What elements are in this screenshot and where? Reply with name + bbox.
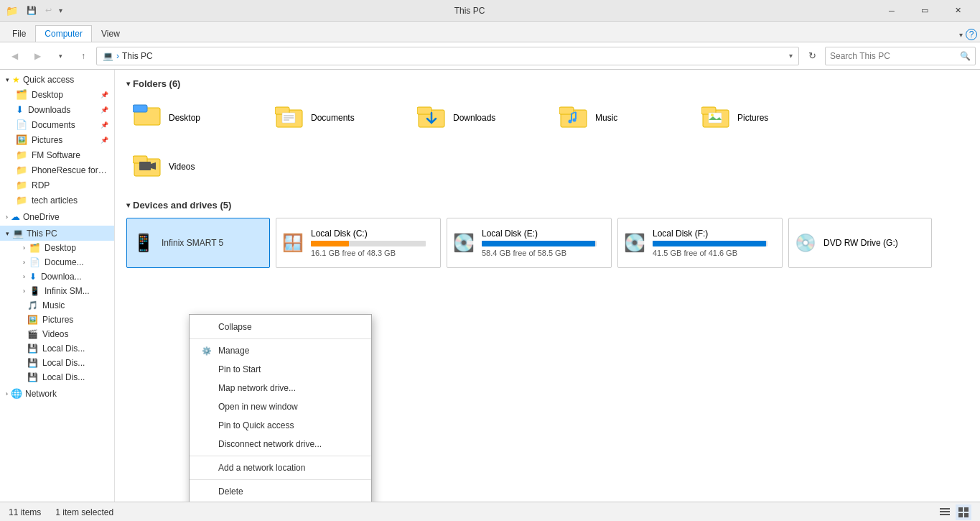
- drive-tile-e[interactable]: 💽 Local Disk (E:) 58.4 GB free of 58.5 G…: [447, 218, 612, 268]
- close-button[interactable]: ✕: [941, 0, 974, 22]
- sidebar-item-infinix[interactable]: › 📱 Infinix SM...: [0, 284, 114, 298]
- chevron: ›: [23, 273, 25, 280]
- up-button[interactable]: ↑: [73, 46, 93, 66]
- item-label: Local Dis...: [42, 344, 85, 354]
- maximize-button[interactable]: ▭: [908, 0, 941, 22]
- sidebar-item-videos-pc[interactable]: 🎬 Videos: [0, 327, 114, 341]
- dvd-icon: 💿: [795, 233, 816, 253]
- drive-tile-g[interactable]: 💿 DVD RW Drive (G:): [788, 218, 932, 268]
- large-icons-view-button[interactable]: [956, 504, 971, 520]
- item-label: Docume...: [45, 257, 84, 267]
- tab-view[interactable]: View: [92, 25, 129, 42]
- ctx-map-drive[interactable]: Map network drive...: [190, 379, 371, 397]
- path-chevron: ▾: [789, 52, 793, 60]
- folder-tile-videos[interactable]: Videos: [126, 145, 263, 188]
- forward-button[interactable]: ▶: [27, 46, 47, 66]
- sidebar-item-fmsoftware[interactable]: 📁 FM Software: [0, 147, 114, 162]
- videos-icon: 🎬: [27, 329, 38, 339]
- sidebar-item-local-e[interactable]: 💾 Local Dis...: [0, 356, 114, 370]
- item-label: Downloads: [28, 105, 70, 115]
- folder-tile-pictures[interactable]: Pictures: [695, 96, 831, 139]
- item-label: Pictures: [42, 315, 73, 325]
- folder-icon: 📄: [16, 119, 27, 130]
- drive-icon-f: 💽: [624, 233, 645, 253]
- folder-tile-downloads[interactable]: Downloads: [411, 96, 547, 139]
- ctx-pin-start[interactable]: Pin to Start: [190, 360, 371, 379]
- pin-icon: 📌: [101, 91, 108, 98]
- help-icon[interactable]: ?: [966, 29, 977, 40]
- sidebar-item-tech-articles[interactable]: 📁 tech articles: [0, 193, 114, 208]
- drive-info-g: DVD RW Drive (G:): [823, 238, 925, 248]
- sidebar-item-local-f[interactable]: 💾 Local Dis...: [0, 370, 114, 384]
- onedrive-header[interactable]: › ☁ OneDrive: [0, 209, 114, 224]
- folder-tile-documents[interactable]: Documents: [269, 96, 405, 139]
- drives-section: ▾ Devices and drives (5) 📱 Infinix SMART…: [126, 200, 969, 268]
- sidebar-item-desktop-pc[interactable]: › 🗂️ Desktop: [0, 241, 114, 255]
- phone-icon: 📱: [133, 233, 154, 253]
- search-input[interactable]: [830, 51, 960, 61]
- quick-access-header[interactable]: ▾ ★ Quick access: [0, 73, 114, 87]
- folders-section-header[interactable]: ▾ Folders (6): [126, 78, 969, 89]
- undo-icon[interactable]: ↩: [42, 4, 55, 17]
- tab-file[interactable]: File: [3, 25, 35, 42]
- item-label: tech articles: [32, 195, 78, 206]
- sidebar-item-phonerescue[interactable]: 📁 PhoneRescue for A...: [0, 162, 114, 177]
- minimize-button[interactable]: ─: [875, 0, 908, 22]
- chevron: ›: [23, 259, 25, 266]
- ctx-collapse[interactable]: Collapse: [190, 318, 371, 336]
- drive-name: Local Disk (E:): [482, 229, 605, 239]
- sidebar-item-documents-qa[interactable]: 📄 Documents 📌: [0, 117, 114, 132]
- ctx-disconnect[interactable]: Disconnect network drive...: [190, 435, 371, 453]
- ctx-manage[interactable]: ⚙️ Manage: [190, 341, 371, 360]
- sidebar-item-pictures-pc[interactable]: 🖼️ Pictures: [0, 313, 114, 327]
- drive-tile-c[interactable]: 🪟 Local Disk (C:) 16.1 GB free of 48.3 G…: [276, 218, 441, 268]
- this-pc-header[interactable]: ▾ 💻 This PC: [0, 226, 114, 241]
- sidebar-item-desktop-qa[interactable]: 🗂️ Desktop 📌: [0, 87, 114, 102]
- title-bar-text: This PC: [64, 6, 875, 16]
- svg-rect-9: [417, 107, 431, 114]
- drive-tile-infinix[interactable]: 📱 Infinix SMART 5: [126, 218, 270, 268]
- ctx-delete[interactable]: Delete: [190, 482, 371, 501]
- ctx-separator-1: [190, 338, 371, 339]
- search-box[interactable]: 🔍: [825, 47, 976, 65]
- main-layout: ▾ ★ Quick access 🗂️ Desktop 📌 ⬇ Download…: [0, 70, 980, 502]
- dropdown-arrow[interactable]: ▾: [57, 5, 64, 16]
- folder-tile-music[interactable]: Music: [553, 96, 689, 139]
- folder-pictures-icon: [701, 104, 730, 132]
- drive-tile-f[interactable]: 💽 Local Disk (F:) 41.5 GB free of 41.6 G…: [617, 218, 783, 268]
- ctx-rename[interactable]: Rename: [190, 501, 371, 502]
- drive-icon: 💽: [453, 233, 475, 253]
- folder-icon: ⬇: [29, 272, 37, 282]
- sidebar-item-music-pc[interactable]: 🎵 Music: [0, 298, 114, 313]
- ctx-add-network[interactable]: Add a network location: [190, 458, 371, 477]
- sidebar-item-pictures-qa[interactable]: 🖼️ Pictures 📌: [0, 132, 114, 147]
- network-header[interactable]: › 🌐 Network: [0, 386, 114, 401]
- back-button[interactable]: ◀: [4, 46, 24, 66]
- sidebar-item-local-c[interactable]: 💾 Local Dis...: [0, 341, 114, 356]
- folder-tile-desktop[interactable]: Desktop: [126, 96, 263, 139]
- sidebar-item-downloads-pc[interactable]: › ⬇ Downloa...: [0, 269, 114, 284]
- path-separator: ›: [116, 51, 119, 61]
- drive-icon: 💾: [27, 344, 38, 354]
- sidebar-item-downloads-qa[interactable]: ⬇ Downloads 📌: [0, 102, 114, 117]
- path-text: This PC: [122, 51, 153, 61]
- sidebar-item-rdp[interactable]: 📁 RDP: [0, 177, 114, 193]
- refresh-button[interactable]: ↻: [802, 46, 822, 66]
- tab-computer[interactable]: Computer: [35, 25, 92, 42]
- details-view-button[interactable]: [937, 504, 953, 520]
- ribbon-chevron[interactable]: ▾: [959, 31, 963, 39]
- window-controls: ─ ▭ ✕: [875, 0, 974, 22]
- sidebar-item-documents-pc[interactable]: › 📄 Docume...: [0, 255, 114, 269]
- save-icon[interactable]: 💾: [24, 4, 39, 17]
- drives-section-header[interactable]: ▾ Devices and drives (5): [126, 200, 969, 211]
- search-icon: 🔍: [960, 51, 971, 61]
- ctx-open-new[interactable]: Open in new window: [190, 397, 371, 416]
- drive-name: Infinix SMART 5: [162, 238, 263, 248]
- ctx-pin-quick[interactable]: Pin to Quick access: [190, 416, 371, 435]
- svg-rect-24: [958, 507, 963, 512]
- dropdown-history-button[interactable]: ▾: [50, 46, 70, 66]
- folder-icon: 🗂️: [16, 89, 27, 100]
- address-path[interactable]: 💻 › This PC ▾: [96, 47, 799, 65]
- title-bar: 📁 💾 ↩ ▾ This PC ─ ▭ ✕: [0, 0, 980, 22]
- svg-rect-23: [940, 514, 950, 515]
